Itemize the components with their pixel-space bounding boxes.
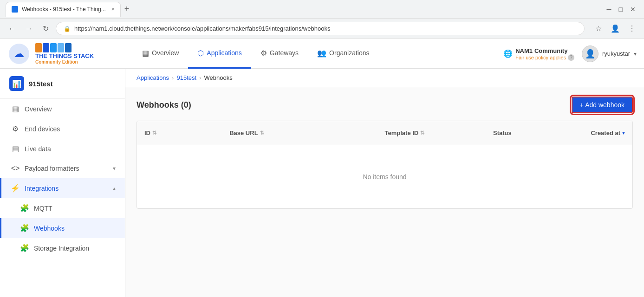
minimize-btn[interactable]: ─ (604, 6, 614, 13)
user-area[interactable]: 👤 ryukyustar ▾ (582, 45, 637, 62)
url-text: https://nam1.cloud.thethings.network/con… (74, 25, 330, 32)
sidebar-livedata-label: Live data (25, 145, 51, 153)
sidebar: 📊 915test ▦ Overview ⚙ End devices ▤ Liv… (0, 69, 125, 297)
browser-tabs: Webhooks - 915test - The Thing... × + (6, 2, 131, 17)
globe-icon: 🌐 (503, 49, 513, 58)
content-area: Applications › 915test › Webhooks Webhoo… (125, 69, 644, 297)
community-info[interactable]: 🌐 NAM1 Community Fair use policy applies… (503, 47, 574, 61)
nav-organizations-label: Organizations (329, 49, 369, 57)
tab-title: Webhooks - 915test - The Thing... (22, 6, 106, 13)
back-button[interactable]: ← (6, 22, 19, 35)
nav-applications-label: Applications (207, 49, 242, 57)
payloadformatters-icon: <> (11, 164, 20, 173)
book1 (35, 43, 42, 52)
col-template[interactable]: Template ID ⇅ (377, 126, 486, 140)
user-dropdown-arrow: ▾ (634, 51, 637, 57)
col-status: Status (486, 126, 547, 140)
sidebar-item-enddevices[interactable]: ⚙ End devices (0, 119, 125, 139)
breadcrumb-applications[interactable]: Applications (137, 74, 169, 81)
sidebar-item-payloadformatters[interactable]: <> Payload formatters ▾ (0, 159, 125, 178)
col-id[interactable]: ID ⇅ (137, 126, 222, 140)
mqtt-icon: 🧩 (20, 204, 29, 213)
payload-expand-icon: ▾ (113, 165, 116, 172)
table-header: ID ⇅ Base URL ⇅ Template ID ⇅ Status (137, 121, 632, 145)
profile-btn[interactable]: 👤 (609, 22, 622, 35)
nav-overview[interactable]: ▦ Overview (133, 39, 188, 69)
logo-area: ☁ THE THINGS STACK Community Edition (7, 42, 133, 65)
tab-favicon (12, 6, 18, 13)
new-tab-button[interactable]: + (123, 4, 131, 14)
livedata-icon: ▤ (11, 144, 20, 153)
book4 (58, 43, 64, 52)
sidebar-app-name: 915test (29, 80, 53, 88)
sidebar-app-icon: 📊 (9, 76, 24, 91)
nav-applications[interactable]: ⬡ Applications (188, 39, 251, 69)
overview-icon: ▦ (142, 49, 149, 58)
sidebar-item-storage[interactable]: 🧩 Storage Integration (0, 238, 125, 258)
header-right: 🌐 NAM1 Community Fair use policy applies… (503, 45, 637, 62)
ttn-cloud-logo[interactable]: ☁ (7, 42, 31, 65)
sidebar-item-mqtt[interactable]: 🧩 MQTT (0, 198, 125, 218)
community-name: Community (534, 47, 568, 54)
col-id-label: ID (144, 129, 150, 136)
refresh-button[interactable]: ↻ (39, 22, 52, 35)
sidebar-item-livedata[interactable]: ▤ Live data (0, 139, 125, 159)
browser-navbar: ← → ↻ 🔒 https://nam1.cloud.thethings.net… (0, 19, 644, 39)
col-created-label: Created at (591, 129, 620, 136)
organizations-icon: 👥 (317, 49, 326, 58)
sidebar-item-webhooks[interactable]: 🧩 Webhooks (0, 218, 125, 238)
forward-button[interactable]: → (22, 22, 35, 35)
section-title: Webhooks (0) (137, 100, 191, 110)
integrations-icon: ⚡ (11, 184, 20, 193)
bookmark-btn[interactable]: ☆ (592, 22, 605, 35)
col-baseurl-sort: ⇅ (260, 130, 264, 136)
col-created-sort: ▾ (622, 130, 625, 136)
col-baseurl[interactable]: Base URL ⇅ (222, 126, 377, 140)
breadcrumb-appname[interactable]: 915test (176, 74, 196, 81)
logo-text-area: THE THINGS STACK Community Edition (35, 43, 94, 65)
main-nav: ▦ Overview ⬡ Applications ⚙ Gateways 👥 O… (133, 39, 379, 68)
logo-brand-text: THE THINGS STACK (35, 52, 94, 59)
browser-tab[interactable]: Webhooks - 915test - The Thing... × (6, 2, 121, 17)
col-status-label: Status (493, 129, 512, 136)
table-body: No items found (137, 145, 632, 208)
sidebar-item-integrations[interactable]: ⚡ Integrations ▴ (0, 178, 125, 198)
app-icon-symbol: 📊 (12, 79, 21, 88)
book2 (43, 43, 49, 52)
tab-close-btn[interactable]: × (111, 6, 115, 13)
logo-edition-text: Community Edition (35, 59, 94, 65)
col-id-sort: ⇅ (152, 130, 156, 136)
community-details: NAM1 Community Fair use policy applies ? (515, 47, 574, 61)
breadcrumb: Applications › 915test › Webhooks (125, 69, 644, 87)
webhooks-table: ID ⇅ Base URL ⇅ Template ID ⇅ Status (137, 121, 633, 209)
col-template-sort: ⇅ (420, 130, 424, 136)
window-controls: ─ □ ✕ (604, 6, 638, 13)
section-header: Webhooks (0) + Add webhook (137, 97, 633, 113)
browser-action-buttons: ☆ 👤 ⋮ (592, 22, 638, 35)
sidebar-item-overview[interactable]: ▦ Overview (0, 99, 125, 119)
maximize-btn[interactable]: □ (616, 6, 625, 13)
extension-btn[interactable]: ⋮ (625, 22, 638, 35)
enddevices-icon: ⚙ (11, 124, 20, 133)
col-created[interactable]: Created at ▾ (547, 126, 632, 140)
sidebar-overview-label: Overview (25, 105, 52, 113)
address-bar[interactable]: 🔒 https://nam1.cloud.thethings.network/c… (56, 22, 585, 35)
sidebar-integrations-label: Integrations (25, 185, 59, 192)
overview-sidebar-icon: ▦ (11, 104, 20, 113)
breadcrumb-sep-2: › (199, 74, 201, 81)
policy-help-icon[interactable]: ? (568, 54, 574, 61)
nav-gateways-label: Gateways (270, 49, 299, 57)
applications-icon: ⬡ (197, 49, 204, 58)
avatar-icon: 👤 (585, 49, 595, 59)
nav-gateways[interactable]: ⚙ Gateways (251, 39, 308, 69)
nav-organizations[interactable]: 👥 Organizations (308, 39, 378, 69)
add-webhook-button[interactable]: + Add webhook (572, 97, 633, 113)
nav-overview-label: Overview (152, 49, 179, 57)
policy-label[interactable]: Fair use policy applies (515, 55, 566, 60)
close-btn[interactable]: ✕ (627, 6, 638, 13)
sidebar-mqtt-label: MQTT (34, 205, 52, 212)
webhooks-icon: 🧩 (20, 224, 29, 232)
svg-text:☁: ☁ (14, 48, 24, 59)
main-layout: 📊 915test ▦ Overview ⚙ End devices ▤ Liv… (0, 69, 644, 297)
lock-icon: 🔒 (64, 26, 71, 32)
